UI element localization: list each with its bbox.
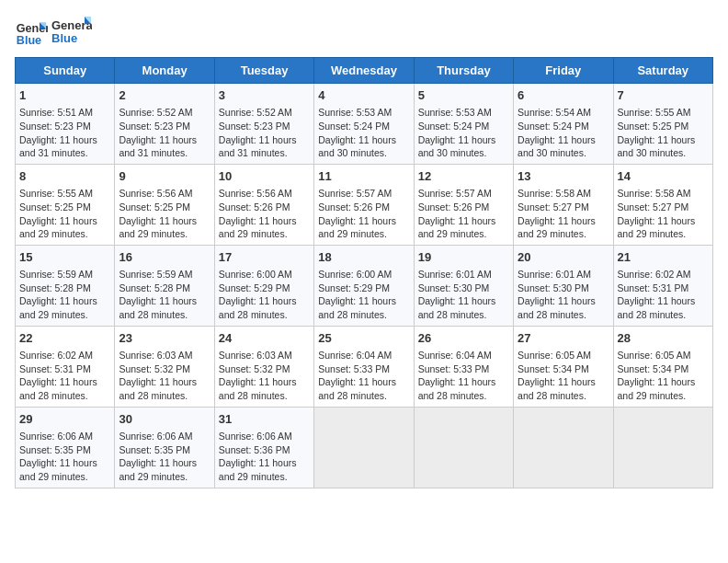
calendar-header-row: Sunday Monday Tuesday Wednesday Thursday… — [16, 58, 713, 84]
day-number: 12 — [418, 168, 509, 185]
sunrise-text: Sunrise: 6:05 AM — [518, 349, 609, 362]
sunset-text: Sunset: 5:26 PM — [219, 201, 310, 214]
daylight-text: Daylight: 11 hours and 29 minutes. — [618, 375, 709, 402]
sunset-text: Sunset: 5:25 PM — [618, 120, 709, 133]
sunrise-text: Sunrise: 5:52 AM — [219, 106, 310, 120]
sunset-text: Sunset: 5:29 PM — [219, 282, 310, 295]
sunset-text: Sunset: 5:34 PM — [618, 362, 709, 376]
daylight-text: Daylight: 11 hours and 30 minutes. — [418, 133, 509, 160]
day-number: 9 — [119, 168, 210, 185]
calendar-cell: 2Sunrise: 5:52 AMSunset: 5:23 PMDaylight… — [115, 84, 214, 165]
sunset-text: Sunset: 5:33 PM — [418, 362, 509, 376]
sunrise-text: Sunrise: 5:51 AM — [19, 106, 110, 120]
calendar-cell: 30Sunrise: 6:06 AMSunset: 5:35 PMDayligh… — [115, 407, 214, 488]
daylight-text: Daylight: 11 hours and 29 minutes. — [219, 456, 310, 483]
day-number: 14 — [618, 168, 709, 185]
calendar-week-row: 22Sunrise: 6:02 AMSunset: 5:31 PMDayligh… — [16, 326, 713, 407]
sunrise-text: Sunrise: 5:53 AM — [318, 106, 409, 120]
sunset-text: Sunset: 5:32 PM — [219, 362, 310, 376]
sunset-text: Sunset: 5:28 PM — [119, 282, 210, 295]
sunrise-text: Sunrise: 6:06 AM — [19, 430, 110, 443]
page-header: General Blue General Blue — [15, 15, 713, 50]
sunrise-text: Sunrise: 5:59 AM — [119, 268, 210, 282]
sunset-text: Sunset: 5:23 PM — [119, 120, 210, 133]
calendar-cell: 29Sunrise: 6:06 AMSunset: 5:35 PMDayligh… — [16, 407, 115, 488]
sunrise-text: Sunrise: 6:04 AM — [418, 349, 509, 362]
sunrise-text: Sunrise: 5:55 AM — [618, 106, 709, 120]
col-wednesday: Wednesday — [314, 58, 414, 84]
calendar-cell: 14Sunrise: 5:58 AMSunset: 5:27 PMDayligh… — [613, 164, 712, 245]
calendar-cell: 12Sunrise: 5:57 AMSunset: 5:26 PMDayligh… — [414, 164, 513, 245]
calendar-cell: 21Sunrise: 6:02 AMSunset: 5:31 PMDayligh… — [613, 245, 712, 326]
sunrise-text: Sunrise: 5:54 AM — [518, 106, 609, 120]
sunrise-text: Sunrise: 5:58 AM — [518, 187, 609, 201]
svg-text:Blue: Blue — [51, 31, 77, 45]
logo: General Blue General Blue — [15, 15, 92, 50]
sunset-text: Sunset: 5:29 PM — [318, 282, 409, 295]
calendar-cell: 4Sunrise: 5:53 AMSunset: 5:24 PMDaylight… — [314, 84, 414, 165]
calendar-cell: 9Sunrise: 5:56 AMSunset: 5:25 PMDaylight… — [115, 164, 214, 245]
calendar-week-row: 29Sunrise: 6:06 AMSunset: 5:35 PMDayligh… — [16, 407, 713, 488]
calendar-week-row: 15Sunrise: 5:59 AMSunset: 5:28 PMDayligh… — [16, 245, 713, 326]
day-number: 4 — [318, 87, 409, 104]
sunset-text: Sunset: 5:24 PM — [318, 120, 409, 133]
calendar-cell: 20Sunrise: 6:01 AMSunset: 5:30 PMDayligh… — [514, 245, 613, 326]
sunrise-text: Sunrise: 6:02 AM — [618, 268, 709, 282]
sunrise-text: Sunrise: 6:06 AM — [119, 430, 210, 443]
daylight-text: Daylight: 11 hours and 28 minutes. — [518, 375, 609, 402]
day-number: 21 — [618, 249, 709, 266]
calendar-cell: 11Sunrise: 5:57 AMSunset: 5:26 PMDayligh… — [314, 164, 414, 245]
calendar-cell: 17Sunrise: 6:00 AMSunset: 5:29 PMDayligh… — [214, 245, 313, 326]
sunset-text: Sunset: 5:26 PM — [318, 201, 409, 214]
daylight-text: Daylight: 11 hours and 28 minutes. — [119, 294, 210, 321]
calendar-cell: 15Sunrise: 5:59 AMSunset: 5:28 PMDayligh… — [16, 245, 115, 326]
sunset-text: Sunset: 5:35 PM — [19, 443, 110, 457]
sunset-text: Sunset: 5:23 PM — [219, 120, 310, 133]
sunset-text: Sunset: 5:35 PM — [119, 443, 210, 457]
sunset-text: Sunset: 5:26 PM — [418, 201, 509, 214]
daylight-text: Daylight: 11 hours and 28 minutes. — [318, 375, 409, 402]
calendar-cell: 16Sunrise: 5:59 AMSunset: 5:28 PMDayligh… — [115, 245, 214, 326]
col-monday: Monday — [115, 58, 214, 84]
sunset-text: Sunset: 5:28 PM — [19, 282, 110, 295]
col-thursday: Thursday — [414, 58, 513, 84]
sunrise-text: Sunrise: 6:00 AM — [219, 268, 310, 282]
calendar-cell: 31Sunrise: 6:06 AMSunset: 5:36 PMDayligh… — [214, 407, 313, 488]
sunset-text: Sunset: 5:30 PM — [418, 282, 509, 295]
calendar-cell: 13Sunrise: 5:58 AMSunset: 5:27 PMDayligh… — [514, 164, 613, 245]
daylight-text: Daylight: 11 hours and 28 minutes. — [119, 375, 210, 402]
calendar-cell: 10Sunrise: 5:56 AMSunset: 5:26 PMDayligh… — [214, 164, 313, 245]
sunset-text: Sunset: 5:34 PM — [518, 362, 609, 376]
daylight-text: Daylight: 11 hours and 29 minutes. — [19, 456, 110, 483]
col-saturday: Saturday — [613, 58, 712, 84]
col-sunday: Sunday — [16, 58, 115, 84]
day-number: 18 — [318, 249, 409, 266]
day-number: 15 — [19, 249, 110, 266]
day-number: 30 — [119, 411, 210, 428]
calendar-cell: 5Sunrise: 5:53 AMSunset: 5:24 PMDaylight… — [414, 84, 513, 165]
sunrise-text: Sunrise: 5:55 AM — [19, 187, 110, 201]
col-tuesday: Tuesday — [214, 58, 313, 84]
daylight-text: Daylight: 11 hours and 29 minutes. — [19, 294, 110, 321]
day-number: 22 — [19, 330, 110, 347]
sunrise-text: Sunrise: 5:53 AM — [418, 106, 509, 120]
day-number: 11 — [318, 168, 409, 185]
calendar-cell: 24Sunrise: 6:03 AMSunset: 5:32 PMDayligh… — [214, 326, 313, 407]
daylight-text: Daylight: 11 hours and 30 minutes. — [518, 133, 609, 160]
calendar-cell: 8Sunrise: 5:55 AMSunset: 5:25 PMDaylight… — [16, 164, 115, 245]
day-number: 26 — [418, 330, 509, 347]
daylight-text: Daylight: 11 hours and 29 minutes. — [219, 214, 310, 241]
sunset-text: Sunset: 5:23 PM — [19, 120, 110, 133]
sunrise-text: Sunrise: 6:00 AM — [318, 268, 409, 282]
calendar-cell: 23Sunrise: 6:03 AMSunset: 5:32 PMDayligh… — [115, 326, 214, 407]
calendar-cell: 22Sunrise: 6:02 AMSunset: 5:31 PMDayligh… — [16, 326, 115, 407]
day-number: 23 — [119, 330, 210, 347]
sunrise-text: Sunrise: 5:56 AM — [119, 187, 210, 201]
daylight-text: Daylight: 11 hours and 31 minutes. — [219, 133, 310, 160]
sunrise-text: Sunrise: 6:03 AM — [119, 349, 210, 362]
daylight-text: Daylight: 11 hours and 31 minutes. — [119, 133, 210, 160]
day-number: 27 — [518, 330, 609, 347]
daylight-text: Daylight: 11 hours and 29 minutes. — [618, 214, 709, 241]
daylight-text: Daylight: 11 hours and 29 minutes. — [518, 214, 609, 241]
day-number: 2 — [119, 87, 210, 104]
